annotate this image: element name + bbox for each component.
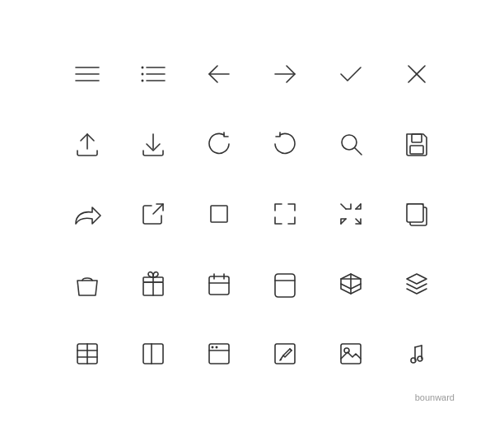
svg-point-13 [342, 135, 357, 150]
image-icon [318, 318, 384, 388]
compress-icon [318, 179, 384, 248]
copy-icon [384, 179, 450, 248]
refresh-cw-icon [186, 109, 252, 179]
shopping-bag-icon [54, 248, 120, 318]
hamburger-menu-icon [54, 39, 120, 109]
svg-point-46 [216, 346, 218, 348]
watermark: bounward [415, 392, 455, 402]
svg-line-19 [341, 204, 346, 209]
calendar-icon [186, 248, 252, 318]
svg-line-20 [356, 204, 361, 209]
upload-icon [54, 109, 120, 179]
checkmark-icon [318, 39, 384, 109]
gift-icon [120, 248, 186, 318]
edit-icon [252, 318, 318, 388]
svg-line-54 [415, 346, 422, 347]
refresh-ccw-icon [252, 109, 318, 179]
svg-line-49 [290, 349, 292, 350]
svg-line-14 [355, 148, 362, 155]
save-icon [384, 109, 450, 179]
svg-rect-15 [412, 134, 422, 142]
svg-rect-16 [410, 146, 423, 154]
svg-line-21 [356, 219, 361, 224]
phone-icon [252, 248, 318, 318]
svg-point-6 [142, 66, 144, 68]
panel-icon [120, 318, 186, 388]
music-icon [384, 318, 450, 388]
icon-grid [54, 39, 450, 388]
arrow-right-icon [252, 39, 318, 109]
external-link-icon [120, 179, 186, 248]
svg-rect-50 [341, 344, 361, 364]
arrow-left-icon [186, 39, 252, 109]
svg-line-36 [351, 284, 361, 289]
svg-rect-18 [211, 206, 227, 222]
list-icon [120, 39, 186, 109]
frame-icon [186, 179, 252, 248]
box-3d-icon [318, 248, 384, 318]
share-icon [54, 179, 120, 248]
close-icon [384, 39, 450, 109]
layers-icon [384, 248, 450, 318]
svg-rect-24 [407, 204, 423, 222]
table-icon [54, 318, 120, 388]
svg-line-22 [341, 219, 346, 224]
search-icon [318, 109, 384, 179]
expand-icon [252, 179, 318, 248]
svg-point-7 [142, 72, 144, 75]
svg-line-17 [153, 204, 163, 214]
browser-icon [186, 318, 252, 388]
svg-rect-28 [209, 276, 229, 295]
svg-point-8 [142, 79, 144, 81]
svg-rect-41 [143, 344, 163, 364]
svg-point-45 [212, 346, 214, 348]
download-icon [120, 109, 186, 179]
svg-line-35 [341, 284, 351, 289]
